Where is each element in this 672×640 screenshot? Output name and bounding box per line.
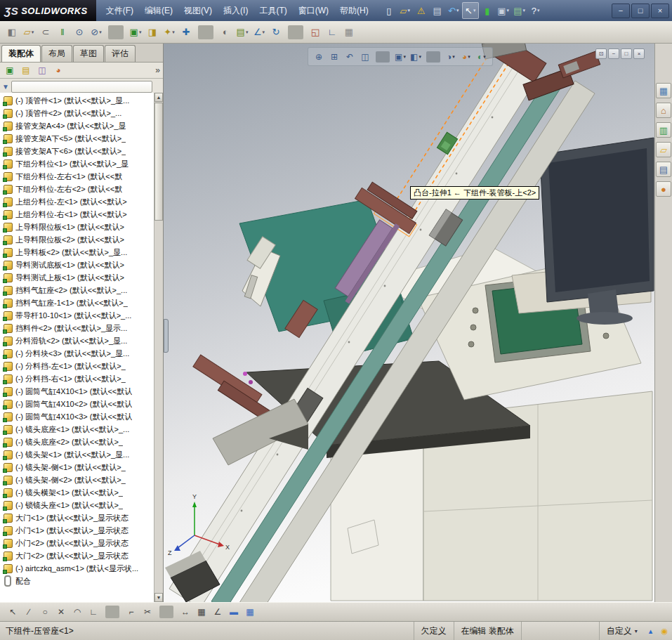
- mate-icon[interactable]: ◨: [145, 25, 160, 40]
- menu-item[interactable]: 帮助(H): [334, 0, 374, 21]
- tree-item[interactable]: 上导料限位板<1> (默认<<默认>: [0, 221, 155, 233]
- machine-model[interactable]: Y X Z: [164, 44, 654, 602]
- tree-item[interactable]: 上导料板<2> (默认<<默认>_显...: [0, 246, 155, 259]
- tree-item[interactable]: (-) 锁镜头座<1> (默认<<默认>_: [0, 499, 155, 511]
- tree-item[interactable]: (-) 分料挡-右<1> (默认<<默认>_: [0, 372, 155, 385]
- tree-item[interactable]: (-) 镜头架-侧<2> (默认<<默认>_: [0, 474, 155, 486]
- appearance-icon[interactable]: ◕: [459, 50, 473, 64]
- quick-tips-icon[interactable]: ◉: [661, 627, 668, 636]
- update-icon[interactable]: ▴: [649, 627, 653, 636]
- sketch-tool-button[interactable]: [159, 606, 173, 618]
- home-icon[interactable]: ⌂: [656, 103, 671, 118]
- rebuild-icon[interactable]: ▮: [480, 3, 495, 18]
- open-part-icon[interactable]: ▱: [21, 25, 37, 40]
- tree-item[interactable]: (-) 镜头底座<1> (默认<<默认>_...: [0, 423, 155, 436]
- move-component-icon[interactable]: ✚: [178, 25, 194, 40]
- toolbar-button[interactable]: [288, 25, 303, 39]
- menu-item[interactable]: 视图(V): [178, 0, 218, 21]
- view-orientation-icon[interactable]: ▣: [393, 50, 407, 64]
- arc-icon[interactable]: ◠: [70, 605, 84, 619]
- tree-item[interactable]: (-) 镜头底座<2> (默认<<默认>_: [0, 436, 155, 448]
- tree-item[interactable]: 接管支架A下<6> (默认<<默认>_: [0, 145, 155, 157]
- zoom-icon[interactable]: ⊘: [88, 25, 104, 40]
- plane-icon[interactable]: ▬: [227, 605, 241, 619]
- line-icon[interactable]: ∕: [22, 605, 36, 619]
- dimension-icon[interactable]: ↔: [178, 605, 192, 619]
- tree-item[interactable]: (-) 分料挡-左<1> (默认<<默认>_: [0, 360, 155, 372]
- tree-item[interactable]: 挡料件<2> (默认<<默认>_显示...: [0, 322, 155, 334]
- zoom-fit-icon[interactable]: ⊕: [312, 50, 326, 64]
- interference-detection-icon[interactable]: ◱: [308, 25, 323, 40]
- trim-icon[interactable]: ✂: [140, 605, 154, 619]
- select-tool-icon[interactable]: ↖: [462, 2, 479, 19]
- reference-geometry-icon[interactable]: ∠: [251, 25, 267, 40]
- assembly-features-icon[interactable]: ▤: [235, 25, 250, 40]
- tree-item[interactable]: 下组分料位-左右<2> (默认<<默: [0, 183, 155, 195]
- zoom-area-icon[interactable]: ⊞: [327, 50, 341, 64]
- panel-tab[interactable]: 布局: [41, 45, 72, 62]
- tree-item[interactable]: (-) 镜头横架<1> (默认<<默认>_: [0, 486, 155, 499]
- tree-item[interactable]: 大门<2> (默认<<默认>_显示状态: [0, 549, 155, 562]
- doc-minimize-icon[interactable]: −: [608, 48, 619, 59]
- tree-item[interactable]: 带导杆10-10<1> (默认<<默认>_...: [0, 309, 155, 322]
- options-icon[interactable]: ▣: [496, 3, 511, 18]
- tree-item[interactable]: 挡料气缸座<2> (默认<<默认>_...: [0, 284, 155, 296]
- minimize-button[interactable]: −: [612, 4, 630, 18]
- menu-item[interactable]: 插入(I): [218, 0, 253, 21]
- previous-view-icon[interactable]: ↶: [343, 50, 357, 64]
- appearances-icon[interactable]: ●: [656, 181, 671, 197]
- select-icon[interactable]: ↖: [6, 605, 20, 619]
- tree-item[interactable]: (-) 分料块<3> (默认<<默认>_显...: [0, 347, 155, 360]
- filter-input[interactable]: [11, 81, 152, 93]
- hud-button[interactable]: [376, 51, 390, 63]
- maximize-button[interactable]: □: [631, 4, 650, 18]
- undo-icon[interactable]: ↶: [446, 3, 461, 18]
- tree-item[interactable]: 小门<2> (默认<<默认>_显示状态: [0, 537, 155, 549]
- featuremanager-icon[interactable]: ▣: [3, 63, 17, 77]
- configurationmanager-icon[interactable]: ◫: [35, 63, 49, 77]
- warning-icon[interactable]: ⚠: [414, 3, 429, 18]
- tree-item[interactable]: 导料测试底板<1> (默认<<默认>: [0, 259, 155, 271]
- new-document-icon[interactable]: ▯: [381, 3, 397, 18]
- tree-item[interactable]: 配合: [0, 575, 155, 587]
- tree-item[interactable]: (-) 顶管件<1> (默认<<默认>_显...: [0, 94, 155, 107]
- sketch-tool-button[interactable]: [105, 606, 119, 618]
- toolbar-button[interactable]: [108, 25, 124, 39]
- scene-icon[interactable]: ◐: [475, 50, 489, 64]
- scroll-down-button[interactable]: ▼: [154, 593, 163, 602]
- print-icon[interactable]: ▤: [430, 3, 445, 18]
- hatch-icon[interactable]: ▦: [195, 605, 209, 619]
- help-icon[interactable]: ?: [528, 3, 543, 18]
- view-settings-icon[interactable]: ◧: [4, 25, 20, 40]
- measure-icon[interactable]: ∟: [324, 25, 340, 40]
- mass-properties-icon[interactable]: ▦: [341, 25, 357, 40]
- tree-item[interactable]: 接管支架A<4> (默认<<默认>_显: [0, 119, 155, 132]
- resources-icon[interactable]: ▦: [656, 83, 671, 98]
- tree-item[interactable]: (-) 顶管件<2> (默认<<默认>_...: [0, 107, 155, 119]
- panel-tab[interactable]: 装配体: [1, 45, 41, 62]
- tree-item[interactable]: 接管支架A下<5> (默认<<默认>_: [0, 132, 155, 145]
- tree-item[interactable]: (-) 圆筒气缸4X10<2> (默认<<默认: [0, 398, 155, 410]
- display-style-icon[interactable]: ◧: [409, 50, 423, 64]
- tree-scrollbar[interactable]: ▲ ▼: [154, 93, 163, 602]
- doc-restore-icon[interactable]: □: [621, 48, 632, 59]
- tree-item[interactable]: 小门<1> (默认<<默认>_显示状态: [0, 524, 155, 537]
- table-icon[interactable]: ▦: [243, 605, 257, 619]
- tree-item[interactable]: (-) 镜头架-侧<1> (默认<<默认>_: [0, 461, 155, 474]
- attach-icon[interactable]: ⊂: [38, 25, 53, 40]
- tree-item[interactable]: 上组分料位-左<1> (默认<<默认>: [0, 195, 155, 208]
- propertymanager-icon[interactable]: ▤: [19, 63, 33, 77]
- find-component-icon[interactable]: ⊙: [72, 25, 87, 40]
- menu-item[interactable]: 窗口(W): [293, 0, 334, 21]
- tree-item[interactable]: 分料滑轨<2> (默认<<默认>_显...: [0, 334, 155, 347]
- tree-item[interactable]: (-) 圆筒气缸4X10<3> (默认<<默认: [0, 410, 155, 423]
- doc-pin-icon[interactable]: ⊡: [595, 48, 607, 59]
- tree-item[interactable]: 导料测试上板<1> (默认<<默认>: [0, 271, 155, 284]
- hud-button[interactable]: [426, 51, 440, 63]
- angle-icon[interactable]: ∠: [211, 605, 225, 619]
- doc-close-icon[interactable]: ×: [633, 48, 645, 59]
- panel-expand-chevron[interactable]: »: [155, 65, 160, 75]
- tree-item[interactable]: 下组分料位<1> (默认<<默认>_显: [0, 157, 155, 170]
- displaymanager-icon[interactable]: ◕: [51, 63, 65, 77]
- tree-item[interactable]: 上导料限位板<2> (默认<<默认>: [0, 233, 155, 246]
